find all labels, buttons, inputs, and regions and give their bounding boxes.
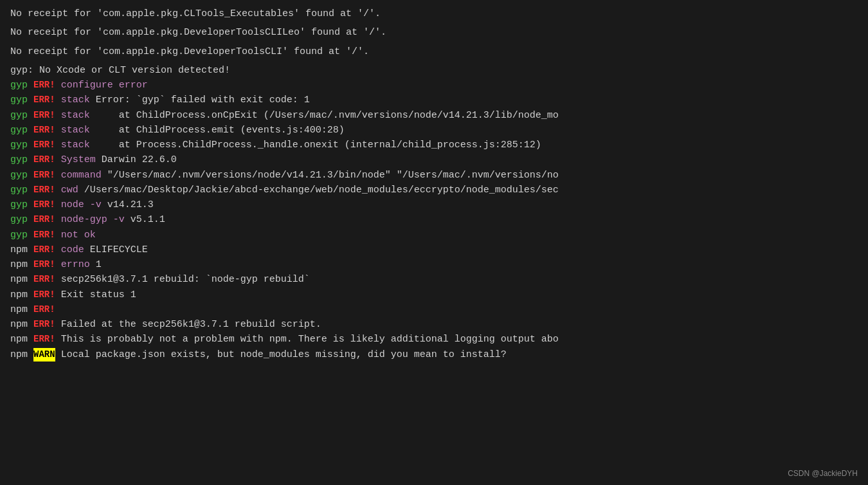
terminal-line-gyp-err: gyp ERR! stack at ChildProcess.onCpExit … — [10, 108, 858, 123]
badge-err: ERR! — [33, 109, 55, 123]
space — [55, 152, 61, 167]
terminal: No receipt for 'com.apple.pkg.CLTools_Ex… — [0, 0, 868, 485]
space — [28, 243, 33, 257]
space — [28, 183, 33, 197]
line-content: Exit status 1 — [55, 288, 136, 302]
space — [55, 197, 61, 212]
keyword: code — [61, 243, 84, 257]
space — [55, 138, 61, 152]
prefix-npm: npm — [10, 347, 28, 362]
space — [55, 257, 61, 272]
keyword: stack — [61, 108, 90, 123]
keyword: command — [61, 168, 102, 183]
prefix-gyp: gyp — [10, 138, 28, 152]
keyword: not ok — [61, 228, 96, 243]
line-content: Error: `gyp` failed with exit code: 1 — [90, 93, 310, 107]
keyword: System — [61, 152, 96, 167]
prefix-npm: npm — [10, 243, 28, 257]
badge-err: ERR! — [33, 169, 55, 183]
space — [55, 228, 61, 243]
space — [28, 272, 33, 287]
badge-warn: WARN — [33, 348, 55, 362]
space — [28, 257, 33, 272]
prefix-gyp: gyp — [10, 212, 28, 227]
terminal-line: No receipt for 'com.apple.pkg.CLTools_Ex… — [10, 6, 858, 21]
terminal-line-npm-err: npm ERR! errno 1 — [10, 257, 858, 272]
line-content: v14.21.3 — [102, 197, 154, 212]
terminal-line-npm-err: npm ERR! This is probably not a problem … — [10, 332, 858, 347]
badge-err: ERR! — [33, 273, 55, 287]
terminal-line-gyp-err: gyp ERR! not ok — [10, 228, 858, 243]
line-content: Local package.json exists, but node_modu… — [55, 347, 507, 362]
prefix-gyp: gyp — [10, 93, 28, 107]
line-content: This is probably not a problem with npm.… — [55, 332, 559, 347]
badge-err: ERR! — [33, 228, 55, 243]
badge-err: ERR! — [33, 288, 55, 302]
keyword: stack — [61, 138, 90, 152]
prefix-npm: npm — [10, 288, 28, 302]
keyword: node -v — [61, 197, 102, 212]
prefix-gyp: gyp — [10, 197, 28, 212]
prefix-gyp: gyp — [10, 152, 28, 167]
terminal-line-gyp-err: gyp ERR! configure error — [10, 78, 858, 93]
space — [55, 108, 61, 123]
space — [55, 212, 61, 227]
terminal-line-npm-err: npm ERR! secp256k1@3.7.1 rebuild: `node-… — [10, 272, 858, 287]
space — [28, 197, 33, 212]
badge-err: ERR! — [33, 243, 55, 257]
terminal-line: No receipt for 'com.apple.pkg.DeveloperT… — [10, 25, 858, 40]
badge-err: ERR! — [33, 303, 55, 317]
badge-err: ERR! — [33, 153, 55, 167]
terminal-line-gyp-err: gyp ERR! System Darwin 22.6.0 — [10, 152, 858, 167]
keyword: stack — [61, 123, 90, 138]
prefix-gyp: gyp — [10, 183, 28, 197]
space — [28, 123, 33, 138]
prefix-gyp: gyp — [10, 168, 28, 183]
prefix-gyp: gyp — [10, 228, 28, 243]
line-content: secp256k1@3.7.1 rebuild: `node-gyp rebui… — [55, 272, 310, 287]
badge-err: ERR! — [33, 138, 55, 152]
space — [28, 302, 33, 317]
space — [28, 152, 33, 167]
space — [55, 123, 61, 138]
terminal-line-gyp-err: gyp ERR! stack at ChildProcess.emit (eve… — [10, 123, 858, 138]
line-content: gyp: No Xcode or CLT version detected! — [10, 63, 230, 78]
terminal-line-npm-err: npm ERR! — [10, 302, 858, 317]
line-content: at ChildProcess.onCpExit (/Users/mac/.nv… — [90, 108, 559, 123]
line-content: Darwin 22.6.0 — [96, 152, 177, 167]
terminal-line-npm-err: npm ERR! Exit status 1 — [10, 288, 858, 302]
prefix-npm: npm — [10, 302, 28, 317]
badge-err: ERR! — [33, 213, 55, 227]
space — [28, 332, 33, 347]
badge-err: ERR! — [33, 333, 55, 347]
watermark: CSDN @JackieDYH — [788, 468, 858, 480]
prefix-npm: npm — [10, 257, 28, 272]
keyword: errno — [61, 257, 90, 272]
badge-err: ERR! — [33, 124, 55, 138]
space — [55, 78, 61, 93]
badge-err: ERR! — [33, 93, 55, 107]
space — [28, 168, 33, 183]
line-content: Failed at the secp256k1@3.7.1 rebuild sc… — [55, 317, 321, 332]
badge-err: ERR! — [33, 258, 55, 272]
terminal-line-gyp-err: gyp ERR! stack at Process.ChildProcess._… — [10, 138, 858, 152]
badge-err: ERR! — [33, 78, 55, 93]
keyword: stack — [61, 93, 90, 107]
prefix-gyp: gyp — [10, 123, 28, 138]
space — [28, 288, 33, 302]
badge-err: ERR! — [33, 318, 55, 332]
terminal-line-npm-err: npm ERR! code ELIFECYCLE — [10, 243, 858, 257]
terminal-line-npm-warn: npm WARN Local package.json exists, but … — [10, 347, 858, 362]
prefix-npm: npm — [10, 332, 28, 347]
space — [28, 93, 33, 107]
terminal-line: No receipt for 'com.apple.pkg.DeveloperT… — [10, 44, 858, 59]
space — [28, 108, 33, 123]
space — [55, 183, 61, 197]
terminal-line: gyp: No Xcode or CLT version detected! — [10, 63, 858, 78]
line-content: 1 — [90, 257, 102, 272]
badge-err: ERR! — [33, 198, 55, 212]
space — [55, 168, 61, 183]
terminal-line-gyp-err: gyp ERR! node-gyp -v v5.1.1 — [10, 212, 858, 227]
line-content: at Process.ChildProcess._handle.onexit (… — [90, 138, 541, 152]
space — [55, 243, 61, 257]
